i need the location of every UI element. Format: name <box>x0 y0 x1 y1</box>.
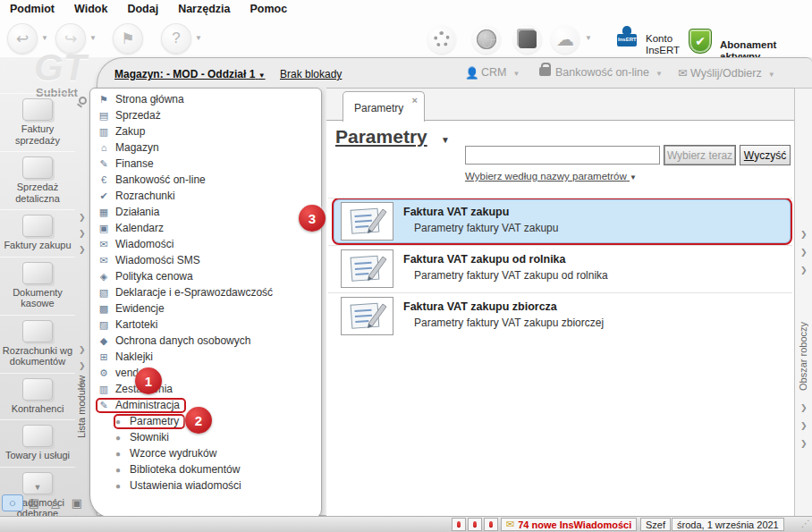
modules-more-caret[interactable]: ▼ <box>0 483 75 492</box>
quick-icon-sales[interactable]: ▤ <box>23 494 45 511</box>
module-item[interactable]: Faktury sprzedaży <box>0 93 75 151</box>
quick-icon-basket[interactable]: △ <box>45 494 66 511</box>
module-item[interactable]: Kontrahenci <box>0 373 75 420</box>
brak-blokady-link[interactable]: Brak blokady <box>280 68 342 80</box>
chevron-right-icon[interactable]: ❯ <box>800 248 808 257</box>
tree-item-icon: ◆ <box>97 335 110 347</box>
messages-status[interactable]: ✉ 74 nowe InsWiadomości <box>501 518 637 531</box>
title-caret-icon[interactable]: ▼ <box>441 135 450 145</box>
parameter-row[interactable]: Faktura VAT zakupu od rolnika Parametry … <box>332 245 792 292</box>
parameter-row[interactable]: Faktura VAT zakupu Parametry faktury VAT… <box>332 198 792 245</box>
tab-close-icon[interactable]: × <box>412 95 418 106</box>
choose-now-button[interactable]: Wybierz teraz <box>664 145 736 165</box>
forward-dropdown-caret[interactable]: ▼ <box>89 34 97 42</box>
page-title[interactable]: Parametry <box>335 126 427 148</box>
tree-subitem[interactable]: ● Ustawienia wiadomości <box>90 477 321 494</box>
tree-item[interactable]: ⌂ Magazyn <box>90 139 321 156</box>
tree-item[interactable]: ▩ Ewidencje <box>90 300 321 317</box>
module-item[interactable]: Dokumenty kasowe <box>0 257 75 315</box>
chevron-right-icon[interactable]: ❯ <box>800 439 808 448</box>
filter-by-name-link[interactable]: Wybierz według nazwy parametrów ▼ <box>465 171 637 182</box>
user-status[interactable]: Szef <box>640 518 671 531</box>
tree-item[interactable]: ⚙ vendero <box>90 365 321 381</box>
chevron-right-icon[interactable]: ❯ <box>79 229 86 238</box>
chevron-right-icon[interactable]: ❯ <box>79 377 86 386</box>
tree-item[interactable]: ▨ Kartoteki <box>90 317 321 333</box>
module-icon <box>22 320 53 342</box>
tree-item[interactable]: ▤ Sprzedaż <box>90 107 321 123</box>
status-bar: ✉ 74 nowe InsWiadomości Szef środa, 1 wr… <box>0 516 812 532</box>
annotation-circle-2: 2 <box>185 407 212 434</box>
module-item[interactable]: Towary i usługi <box>0 419 75 467</box>
help-dropdown-caret[interactable]: ▼ <box>195 34 202 42</box>
tree-item[interactable]: ▦ Działania <box>90 204 321 220</box>
help-button[interactable]: ? <box>161 23 191 54</box>
tree-item[interactable]: ◆ Ochrona danych osobowych <box>90 333 321 349</box>
processes-button[interactable] <box>427 25 456 54</box>
bullet-icon: ● <box>115 481 124 491</box>
tree-subitem[interactable]: ● Wzorce wydruków <box>90 445 321 461</box>
menu-item[interactable]: Widok <box>64 0 117 20</box>
quick-icon-active[interactable]: ○ <box>2 494 23 511</box>
menu-item[interactable]: Narzędzia <box>168 0 240 20</box>
status-indicator[interactable] <box>484 518 498 531</box>
menu-item[interactable]: Podmiot <box>0 0 64 20</box>
bank-menu[interactable]: Bankowość on-line ▼ <box>539 66 663 79</box>
send-receive-menu[interactable]: ✉ Wyślij/Odbierz ▼ <box>678 66 775 80</box>
chevron-right-icon[interactable]: ❯ <box>800 266 808 274</box>
chevron-right-icon[interactable]: ❯ <box>800 421 808 430</box>
tree-item[interactable]: ▥ Zestawienia <box>90 381 321 397</box>
tree-subitem[interactable]: ● Biblioteka dokumentów <box>90 461 321 477</box>
flag-button[interactable]: ⚑ <box>113 23 143 54</box>
konto-insert-label[interactable]: KontoInsERT <box>646 33 680 56</box>
tree-item[interactable]: ⊞ Naklejki <box>90 349 321 365</box>
module-label: Dokumenty kasowe <box>2 287 73 309</box>
parameter-search-input[interactable] <box>465 146 660 165</box>
tree-item[interactable]: ◈ Polityka cenowa <box>90 268 321 284</box>
cloud-dropdown-caret[interactable]: ▼ <box>585 34 592 42</box>
package-button[interactable] <box>513 25 542 54</box>
chevron-right-icon[interactable]: ❯ <box>79 245 86 254</box>
parameter-row[interactable]: Faktura VAT zakupu zbiorcza Parametry fa… <box>332 292 792 340</box>
tree-item[interactable]: ✔ Rozrachunki <box>90 188 321 204</box>
menu-item[interactable]: Dodaj <box>117 0 168 20</box>
chevron-right-icon[interactable]: ❯ <box>79 213 86 222</box>
tree-item[interactable]: ▣ Kalendarz <box>90 220 321 236</box>
status-indicator[interactable] <box>468 518 482 531</box>
tree-item[interactable]: ✉ Wiadomości SMS <box>90 252 321 268</box>
cloud-data-button[interactable]: ☁ <box>551 25 579 54</box>
pin-icon[interactable] <box>79 97 87 105</box>
module-item[interactable]: Rozrachunki wg dokumentów <box>0 315 75 373</box>
magazyn-selector[interactable]: Magazyn: - MOD - Oddział 1 ▼ <box>114 68 266 80</box>
lock-icon <box>539 67 551 76</box>
tab-parametry[interactable]: Parametry × <box>343 91 425 122</box>
online-services-button[interactable] <box>472 25 501 54</box>
module-icon <box>22 378 53 401</box>
abonament-button[interactable]: ✔ <box>689 29 712 54</box>
red-dot-icon <box>457 521 461 528</box>
resize-grip-icon[interactable]: ⋰ <box>801 519 809 528</box>
status-indicator[interactable] <box>452 518 466 531</box>
tree-item[interactable]: ✉ Wiadomości <box>90 236 321 252</box>
konto-insert-button[interactable]: InsERT <box>617 25 637 46</box>
module-item[interactable]: Faktury zakupu <box>0 209 75 257</box>
tree-item[interactable]: ✎ Finanse <box>90 156 321 172</box>
chevron-right-icon[interactable]: ❯ <box>79 361 86 370</box>
tree-item[interactable]: ⚑ Strona główna <box>90 91 321 107</box>
crm-label[interactable]: CRM ▼ <box>481 66 520 79</box>
crm-menu[interactable]: 👤 <box>465 66 479 80</box>
menu-item[interactable]: Pomoc <box>240 0 297 20</box>
module-label: Towary i usługi <box>5 450 70 461</box>
tree-item[interactable]: € Bankowość on-line <box>90 172 321 188</box>
clear-button[interactable]: Wyczyść <box>740 145 791 165</box>
chevron-right-icon[interactable]: ❯ <box>800 230 808 239</box>
workspace-side-strip[interactable]: ❯ ❯ ❯ Obszar roboczy ❯ ❯ ❯ <box>794 88 812 517</box>
cube-icon <box>519 30 537 48</box>
tree-item[interactable]: ▥ Zakup <box>90 123 321 139</box>
module-item[interactable]: Sprzedaż detaliczna <box>0 151 75 209</box>
tree-item[interactable]: ▧ Deklaracje i e-Sprawozdawczość <box>90 284 321 300</box>
back-button[interactable]: ↩ <box>7 23 38 54</box>
chevron-right-icon[interactable]: ❯ <box>800 403 808 412</box>
chevron-right-icon[interactable]: ❯ <box>79 345 86 354</box>
back-dropdown-caret[interactable]: ▼ <box>41 34 48 42</box>
